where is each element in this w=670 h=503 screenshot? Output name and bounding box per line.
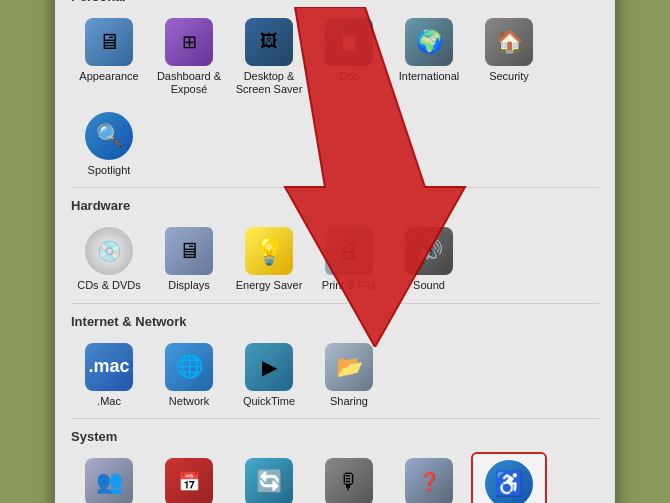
appearance-label: Appearance (79, 70, 138, 83)
sound-icon: 🔊 (405, 227, 453, 275)
softwareupdate-icon: 🔄 (245, 458, 293, 503)
pref-softwareupdate[interactable]: 🔄 Software Update (231, 452, 307, 503)
preferences-content: Personal 🖥 Appearance ⊞ Dashboard & Expo… (55, 0, 615, 503)
quicktime-label: QuickTime (243, 395, 295, 408)
dashboard-icon: ⊞ (165, 18, 213, 66)
cds-label: CDs & DVDs (77, 279, 141, 292)
network-icon: 🌐 (165, 343, 213, 391)
pref-universalaccess[interactable]: ♿ Universal Access (471, 452, 547, 503)
mac-label: .Mac (97, 395, 121, 408)
appearance-icon: 🖥 (85, 18, 133, 66)
pref-dashboard[interactable]: ⊞ Dashboard & Exposé (151, 12, 227, 102)
quicktime-icon: ▶ (245, 343, 293, 391)
divider-internet (71, 418, 599, 419)
pref-energy[interactable]: 💡 Energy Saver (231, 221, 307, 298)
pref-appearance[interactable]: 🖥 Appearance (71, 12, 147, 102)
international-label: International (399, 70, 460, 83)
personal-icons-row: 🖥 Appearance ⊞ Dashboard & Exposé 🖼 Desk… (71, 12, 599, 184)
pref-security[interactable]: 🏠 Security (471, 12, 547, 102)
dashboard-label: Dashboard & Exposé (155, 70, 223, 96)
pref-accounts[interactable]: 👥 Accounts (71, 452, 147, 503)
pref-international[interactable]: 🌍 International (391, 12, 467, 102)
pref-speech[interactable]: 🎙 Speech (311, 452, 387, 503)
pref-mac[interactable]: .mac .Mac (71, 337, 147, 414)
spotlight-icon: 🔍 (85, 112, 133, 160)
startupdisk-icon: ❓ (405, 458, 453, 503)
pref-print[interactable]: 🖨 Print & Fax (311, 221, 387, 298)
pref-datetime[interactable]: 📅 Date & Time (151, 452, 227, 503)
security-icon: 🏠 (485, 18, 533, 66)
doc-icon: 📋 (325, 18, 373, 66)
displays-label: Displays (168, 279, 210, 292)
pref-desktop[interactable]: 🖼 Desktop & Screen Saver (231, 12, 307, 102)
sharing-label: Sharing (330, 395, 368, 408)
desktop-icon: 🖼 (245, 18, 293, 66)
speech-icon: 🎙 (325, 458, 373, 503)
network-label: Network (169, 395, 209, 408)
mac-icon: .mac (85, 343, 133, 391)
system-icons-row: 👥 Accounts 📅 Date & Time 🔄 Software Upda… (71, 452, 599, 503)
divider-hardware (71, 303, 599, 304)
hardware-icons-row: 💿 CDs & DVDs 🖥 Displays 💡 Energy Saver 🖨… (71, 221, 599, 298)
divider-personal (71, 187, 599, 188)
energy-label: Energy Saver (236, 279, 303, 292)
pref-cds[interactable]: 💿 CDs & DVDs (71, 221, 147, 298)
displays-icon: 🖥 (165, 227, 213, 275)
spotlight-label: Spotlight (88, 164, 131, 177)
universalaccess-icon: ♿ (485, 460, 533, 503)
pref-sharing[interactable]: 📂 Sharing (311, 337, 387, 414)
cds-icon: 💿 (85, 227, 133, 275)
security-label: Security (489, 70, 529, 83)
print-icon: 🖨 (325, 227, 373, 275)
datetime-icon: 📅 (165, 458, 213, 503)
accounts-icon: 👥 (85, 458, 133, 503)
pref-doc[interactable]: 📋 Doc (311, 12, 387, 102)
section-system-title: System (71, 429, 599, 444)
pref-startupdisk[interactable]: ❓ Startup Disk (391, 452, 467, 503)
internet-icons-row: .mac .Mac 🌐 Network ▶ QuickTime 📂 Sharin… (71, 337, 599, 414)
desktop-label: Desktop & Screen Saver (235, 70, 303, 96)
international-icon: 🌍 (405, 18, 453, 66)
section-personal-title: Personal (71, 0, 599, 4)
section-hardware-title: Hardware (71, 198, 599, 213)
pref-spotlight[interactable]: 🔍 Spotlight (71, 106, 147, 183)
pref-quicktime[interactable]: ▶ QuickTime (231, 337, 307, 414)
sharing-icon: 📂 (325, 343, 373, 391)
pref-network[interactable]: 🌐 Network (151, 337, 227, 414)
energy-icon: 💡 (245, 227, 293, 275)
pref-sound[interactable]: 🔊 Sound (391, 221, 467, 298)
sound-label: Sound (413, 279, 445, 292)
doc-label: Doc (339, 70, 359, 83)
system-preferences-window: ◀ ▶ Show All System Preferences 🔍 Person… (55, 0, 615, 503)
section-internet-title: Internet & Network (71, 314, 599, 329)
pref-displays[interactable]: 🖥 Displays (151, 221, 227, 298)
print-label: Print & Fax (322, 279, 376, 292)
